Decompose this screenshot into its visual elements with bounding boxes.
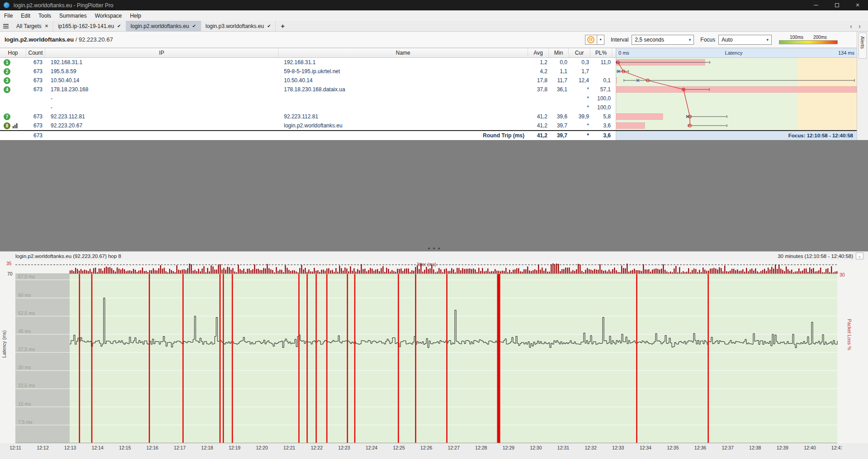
min-cell: 36,1 [549, 85, 569, 94]
tab-ip165[interactable]: ip165.ip-162-19-141.eu ✔ [53, 21, 126, 31]
close-button[interactable]: ✕ [847, 0, 868, 10]
header-avg[interactable]: Avg [528, 48, 549, 57]
min-cell: 0,0 [549, 58, 569, 67]
table-row[interactable]: 1673192.168.31.1192.168.31.11,20,00,311,… [0, 58, 857, 67]
cur-cell: * [569, 94, 590, 103]
name-cell: 92.223.112.81 [278, 112, 528, 121]
menu-summaries[interactable]: Summaries [55, 10, 91, 21]
tab-bar: All Targets ✕ ip165.ip-162-19-141.eu ✔ l… [0, 21, 868, 32]
scroll-tabs-left-icon[interactable]: ‹ [850, 22, 852, 30]
min-cell: 11,7 [549, 76, 569, 85]
x-axis-label: 12:12 [37, 445, 48, 450]
ip-cell: - [45, 94, 278, 103]
title-bar: login.p2.worldoftanks.eu - PingPlotter P… [0, 0, 868, 10]
latency-min-label: 0 ms [618, 50, 629, 56]
avg-cell: 4,2 [528, 67, 549, 76]
legend-100ms-label: 100ms [790, 35, 803, 40]
tab-scroll-controls: ‹ › [850, 21, 868, 31]
latency-axis-max: 70 [7, 271, 13, 276]
menu-bar: File Edit Tools Summaries Workspace Help [0, 10, 868, 21]
table-row[interactable]: 4673178.18.230.168178.18.230.168.dataix.… [0, 85, 857, 94]
menu-tools[interactable]: Tools [34, 10, 55, 21]
table-row[interactable]: -*100,0 [0, 103, 857, 112]
menu-file[interactable]: File [0, 10, 17, 21]
window-title: login.p2.worldoftanks.eu - PingPlotter P… [14, 2, 113, 9]
cur-cell: * [569, 103, 590, 112]
pause-dropdown-icon[interactable]: ▾ [597, 35, 604, 45]
cur-cell: 39,9 [569, 112, 590, 121]
timeline-range-label[interactable]: 30 minutes (12:10:58 - 12:40:58) [778, 253, 853, 259]
table-row[interactable]: -*100,0 [0, 94, 857, 103]
column-gap [612, 67, 616, 76]
table-row[interactable]: 767392.223.112.8192.223.112.8141,239,639… [0, 112, 857, 121]
minimize-button[interactable] [806, 0, 826, 10]
close-tab-icon[interactable]: ✕ [45, 23, 48, 28]
header-cur[interactable]: Cur [569, 48, 590, 57]
hop-cell: 3 [0, 76, 26, 85]
table-row[interactable]: 2673195.5.8.5959-8-5-195.ip.ukrtel.net4,… [0, 67, 857, 76]
menu-workspace[interactable]: Workspace [91, 10, 126, 21]
pl-cell: 3,6 [590, 121, 612, 130]
focus-select[interactable]: Auto ▾ [718, 35, 772, 45]
count-cell: 673 [26, 67, 45, 76]
pause-button[interactable] [585, 35, 597, 45]
range-dropdown-icon[interactable]: ⌄ [856, 253, 863, 259]
header-pl[interactable]: PL% [590, 48, 612, 57]
new-tab-button[interactable]: + [276, 21, 289, 31]
latency-max-label: 134 ms [838, 50, 854, 56]
pl-cell: 100,0 [590, 94, 612, 103]
table-row[interactable]: 367310.50.40.1410.50.40.1417,811,712,40,… [0, 76, 857, 85]
header-hop[interactable]: Hop [0, 48, 26, 57]
table-row[interactable]: 867392.223.20.67login.p2.worldoftanks.eu… [0, 121, 857, 130]
min-cell [549, 94, 569, 103]
svg-text:15 ms: 15 ms [18, 401, 31, 407]
header-latency[interactable]: 0 ms Latency 134 ms [616, 48, 857, 57]
hop-cell: 7 [0, 112, 26, 121]
check-icon: ✔ [117, 23, 121, 28]
latency-gradient-bar [779, 40, 838, 44]
trace-rows: 1673192.168.31.1192.168.31.11,20,00,311,… [0, 58, 857, 130]
round-trip-count: 673 [26, 131, 45, 140]
check-icon: ✔ [192, 23, 196, 28]
x-axis-label: 12:26 [420, 445, 432, 450]
round-trip-label: Round Trip (ms) [278, 131, 528, 140]
header-count[interactable]: Count [26, 48, 45, 57]
window-controls: ✕ [806, 0, 868, 10]
trace-controls: ▾ Interval 2,5 seconds ▾ Focus Auto ▾ 10… [585, 35, 857, 45]
menu-edit[interactable]: Edit [17, 10, 34, 21]
header-name[interactable]: Name [278, 48, 528, 57]
splitter-handle[interactable] [428, 248, 440, 249]
header-min[interactable]: Min [549, 48, 569, 57]
menu-help[interactable]: Help [126, 10, 146, 21]
tab-login-p2[interactable]: login.p2.worldoftanks.eu ✔ [126, 21, 201, 31]
tab-label: All Targets [16, 23, 42, 29]
svg-text:60 ms: 60 ms [18, 292, 31, 298]
scroll-tabs-right-icon[interactable]: › [859, 22, 861, 30]
footer-hop-cell [0, 131, 26, 140]
column-gap [612, 121, 616, 130]
right-side-strip: Alerts [857, 32, 868, 140]
x-axis-label: 12:23 [338, 445, 350, 450]
cur-cell: 0,3 [569, 58, 590, 67]
x-axis-label: 12:14 [92, 445, 104, 450]
name-cell [278, 94, 528, 103]
x-axis-label: 12:22 [311, 445, 322, 450]
name-cell: 59-8-5-195.ip.ukrtel.net [278, 67, 528, 76]
pl-cell: 5,8 [590, 112, 612, 121]
hamburger-menu-icon[interactable] [0, 21, 12, 31]
count-cell [26, 103, 45, 112]
ip-cell: 92.223.20.67 [45, 121, 278, 130]
timeline-graph[interactable]: 67,5 ms60 ms52,5 ms45 ms37,5 ms30 ms22,5… [0, 260, 868, 443]
cur-cell: 1,7 [569, 67, 590, 76]
min-cell: 39,7 [549, 121, 569, 130]
interval-select[interactable]: 2,5 seconds ▾ [632, 35, 694, 45]
x-axis-label: 12:39 [777, 445, 788, 450]
maximize-button[interactable] [826, 0, 847, 10]
min-cell: 1,1 [549, 67, 569, 76]
header-ip[interactable]: IP [45, 48, 278, 57]
hop-number-badge: 1 [4, 59, 10, 66]
tab-login-p3[interactable]: login.p3.worldoftanks.eu ✔ [201, 21, 276, 31]
ip-cell: 92.223.112.81 [45, 112, 278, 121]
alerts-tab[interactable]: Alerts [859, 33, 867, 59]
tab-all-targets[interactable]: All Targets ✕ [12, 21, 53, 31]
